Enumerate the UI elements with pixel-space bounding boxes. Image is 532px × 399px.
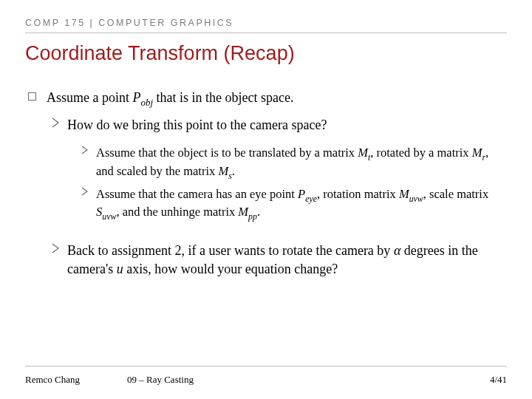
math-subscript: s — [228, 171, 232, 181]
math-symbol: M — [218, 164, 228, 178]
bullet-text: Assume a point Pobj that is in the objec… — [47, 89, 507, 109]
course-tag: COMP 175 | COMPUTER GRAPHICS — [25, 18, 507, 28]
math-symbol: P — [133, 90, 141, 105]
text-fragment: . — [232, 164, 235, 178]
text-fragment: , scale matrix — [423, 187, 488, 201]
text-fragment: , rotated by a matrix — [370, 146, 471, 160]
math-symbol: M — [472, 146, 482, 160]
text-fragment: , rotation matrix — [317, 187, 399, 201]
footer-topic: 09 – Ray Casting — [127, 374, 470, 386]
text-fragment: Back to assignment 2, if a user wants to… — [67, 243, 394, 258]
arrow-icon — [52, 242, 60, 254]
text-fragment: axis, how would your equation change? — [123, 262, 338, 276]
math-symbol: u — [117, 262, 123, 276]
bullet-lvl2: How do we bring this point to the camera… — [25, 116, 507, 134]
bullet-lvl3: Assume that the object is to be translat… — [25, 145, 507, 181]
text-fragment: that is in the object space. — [153, 90, 293, 105]
arrow-icon — [52, 117, 60, 129]
bullet-text: How do we bring this point to the camera… — [67, 116, 507, 134]
arrow-icon — [81, 145, 89, 155]
bullet-text: Assume that the camera has an eye point … — [96, 186, 507, 222]
slide-footer: Remco Chang 09 – Ray Casting 4/41 — [25, 366, 507, 386]
header-rule — [25, 33, 507, 33]
text-fragment: , and the unhinge matrix — [116, 205, 238, 219]
math-subscript: eye — [305, 194, 317, 204]
text-fragment: . — [257, 205, 260, 219]
math-subscript: obj — [141, 97, 154, 108]
slide: COMP 175 | COMPUTER GRAPHICS Coordinate … — [0, 0, 532, 399]
arrow-icon — [81, 186, 89, 197]
slide-content: Assume a point Pobj that is in the objec… — [25, 89, 507, 279]
text-fragment: Assume a point — [47, 90, 133, 105]
text-fragment: Assume that the camera has an eye point — [96, 187, 298, 201]
bullet-text: Back to assignment 2, if a user wants to… — [67, 242, 507, 279]
math-symbol: P — [298, 187, 305, 201]
math-symbol: S — [96, 205, 102, 219]
footer-page-number: 4/41 — [470, 374, 507, 386]
bullet-lvl2: Back to assignment 2, if a user wants to… — [25, 242, 507, 279]
math-symbol: M — [358, 146, 368, 160]
text-fragment: Assume that the object is to be translat… — [96, 146, 358, 160]
math-subscript: t — [368, 152, 370, 163]
footer-author: Remco Chang — [25, 374, 127, 386]
bullet-lvl1: Assume a point Pobj that is in the objec… — [25, 89, 507, 109]
checkbox-icon — [28, 92, 36, 100]
math-symbol: M — [238, 205, 248, 219]
math-subscript: uvw — [102, 211, 116, 222]
math-subscript: uvw — [409, 194, 423, 204]
math-subscript: r — [482, 152, 485, 163]
slide-title: Coordinate Transform (Recap) — [25, 42, 507, 65]
bullet-lvl3: Assume that the camera has an eye point … — [25, 186, 507, 222]
math-subscript: pp — [248, 211, 257, 222]
bullet-text: Assume that the object is to be translat… — [96, 145, 507, 181]
math-symbol: α — [394, 243, 400, 258]
math-symbol: M — [399, 187, 409, 201]
